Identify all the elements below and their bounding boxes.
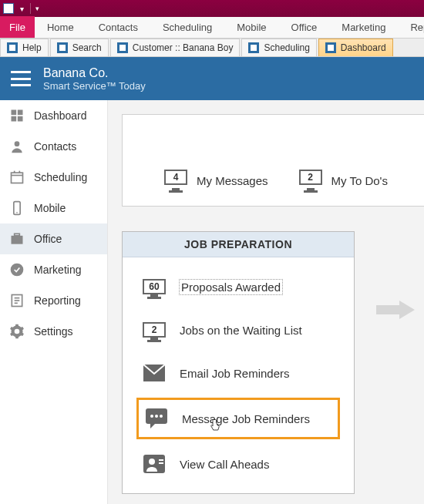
doctab-customer[interactable]: Customer :: Banana Boy (110, 39, 241, 56)
report-icon (9, 293, 25, 308)
jp-label: Jobs on the Waiting List (180, 324, 302, 337)
sidebar-item-reporting[interactable]: Reporting (0, 285, 107, 316)
form-icon (325, 42, 336, 53)
job-preparation-panel: JOB PREPARATION 60 Proposals Awarded 2 J… (122, 231, 355, 494)
app-header: Banana Co. Smart Service™ Today (0, 57, 424, 100)
svg-rect-0 (12, 110, 17, 116)
job-prep-message-reminders[interactable]: Message Job Reminders (136, 398, 340, 439)
doctab-label: Search (72, 42, 102, 53)
sidebar-item-office[interactable]: Office (0, 223, 107, 254)
doctab-label: Customer :: Banana Boy (133, 42, 234, 53)
doctab-scheduling[interactable]: Scheduling (241, 39, 316, 56)
ribbon-tab-marketing[interactable]: Marketing (329, 16, 398, 38)
svg-point-13 (11, 264, 24, 277)
sidebar-item-label: Dashboard (34, 109, 87, 122)
ribbon-tab-mobile[interactable]: Mobile (224, 16, 278, 38)
ribbon-tab-contacts[interactable]: Contacts (86, 16, 150, 38)
svg-point-21 (155, 415, 158, 418)
email-icon (143, 362, 166, 384)
ribbon-tab-home[interactable]: Home (35, 16, 86, 38)
jp-label: Proposals Awarded (180, 280, 282, 294)
job-prep-header: JOB PREPARATION (123, 232, 354, 257)
monitor-icon: 2 (299, 170, 322, 191)
svg-rect-25 (159, 459, 163, 461)
message-icon (145, 408, 168, 429)
stat-label: My To Do's (331, 174, 388, 187)
sidebar-item-scheduling[interactable]: Scheduling (0, 162, 107, 193)
sidebar-item-label: Scheduling (34, 171, 87, 183)
app-icon (3, 3, 14, 14)
window-titlebar: ▾ ▾ (0, 0, 424, 17)
ribbon-tab-scheduling[interactable]: Scheduling (150, 16, 224, 38)
job-prep-email-reminders[interactable]: Email Job Reminders (136, 354, 340, 391)
calendar-icon (9, 170, 25, 185)
monitor-icon: 60 (143, 276, 166, 297)
sidebar-item-marketing[interactable]: Marketing (0, 254, 107, 285)
stat-my-todos[interactable]: 2 My To Do's (299, 155, 388, 206)
stat-count: 4 (164, 170, 187, 185)
stat-my-messages[interactable]: 4 My Messages (164, 155, 268, 206)
stats-panel: 4 My Messages 2 My To Do's (122, 114, 424, 207)
svg-rect-11 (12, 236, 23, 244)
form-icon (57, 42, 68, 53)
ribbon-tab-reporting[interactable]: Reporting (398, 16, 424, 38)
document-tabs: Help Search Customer :: Banana Boy Sched… (0, 39, 424, 57)
stat-label: My Messages (197, 174, 268, 187)
job-prep-view-call-aheads[interactable]: View Call Aheads (136, 445, 340, 482)
svg-rect-1 (18, 110, 23, 116)
divider (30, 3, 31, 14)
doctab-help[interactable]: Help (0, 39, 49, 56)
svg-point-20 (150, 415, 153, 418)
sidebar-item-label: Marketing (34, 264, 81, 276)
jp-label: Message Job Reminders (182, 412, 310, 425)
form-icon (117, 42, 128, 53)
ribbon: File Home Contacts Scheduling Mobile Off… (0, 17, 424, 39)
svg-rect-5 (12, 173, 23, 183)
svg-point-22 (160, 415, 163, 418)
header-subtitle: Smart Service™ Today (43, 80, 146, 92)
svg-point-24 (149, 459, 155, 465)
sidebar-item-mobile[interactable]: Mobile (0, 193, 107, 223)
person-card-icon (143, 453, 166, 475)
monitor-icon: 2 (143, 319, 166, 341)
sidebar-item-label: Reporting (34, 294, 81, 307)
doctab-label: Dashboard (341, 42, 386, 53)
form-icon (7, 42, 18, 53)
jp-count: 2 (143, 322, 166, 338)
menu-icon[interactable] (11, 71, 31, 86)
stat-count: 2 (299, 170, 322, 185)
monitor-icon: 4 (164, 170, 187, 191)
sidebar-item-settings[interactable]: Settings (0, 316, 107, 347)
sidebar-item-label: Contacts (34, 140, 76, 153)
form-icon (248, 42, 259, 53)
svg-rect-12 (15, 234, 20, 236)
sidebar-item-contacts[interactable]: Contacts (0, 131, 107, 162)
qat-dropdown[interactable]: ▾ (19, 5, 25, 13)
svg-rect-3 (18, 116, 23, 122)
jp-label: View Call Aheads (180, 458, 269, 471)
company-name: Banana Co. (43, 66, 146, 80)
jp-count: 60 (143, 279, 166, 294)
ribbon-tab-office[interactable]: Office (279, 16, 330, 38)
doctab-label: Scheduling (264, 42, 309, 53)
svg-point-10 (16, 212, 18, 213)
doctab-dashboard[interactable]: Dashboard (318, 39, 393, 56)
jp-label: Email Job Reminders (180, 367, 290, 380)
doctab-search[interactable]: Search (50, 39, 109, 56)
sidebar-item-label: Settings (34, 325, 73, 338)
check-circle-icon (9, 262, 25, 277)
dashboard-icon (9, 108, 25, 123)
sidebar-item-label: Mobile (34, 202, 66, 214)
svg-point-4 (15, 141, 20, 146)
mobile-icon (9, 200, 25, 216)
qat-overflow[interactable]: ▾ (35, 5, 39, 12)
job-prep-proposals-awarded[interactable]: 60 Proposals Awarded (136, 268, 340, 305)
sidebar-item-dashboard[interactable]: Dashboard (0, 100, 107, 131)
job-prep-waiting-list[interactable]: 2 Jobs on the Waiting List (136, 311, 340, 348)
doctab-label: Help (22, 42, 42, 53)
svg-rect-2 (12, 116, 17, 122)
sidebar-item-label: Office (34, 233, 62, 245)
file-tab[interactable]: File (0, 16, 35, 38)
next-page-arrow[interactable] (376, 301, 415, 319)
content-area: 4 My Messages 2 My To Do's JOB PREPARATI… (108, 100, 424, 504)
